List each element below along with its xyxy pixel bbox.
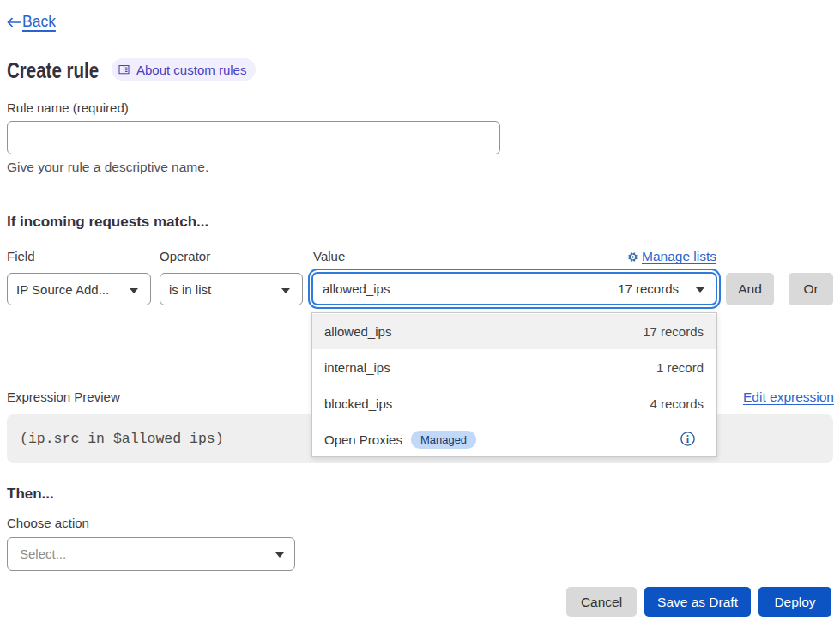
svg-text:i: i	[686, 433, 690, 445]
